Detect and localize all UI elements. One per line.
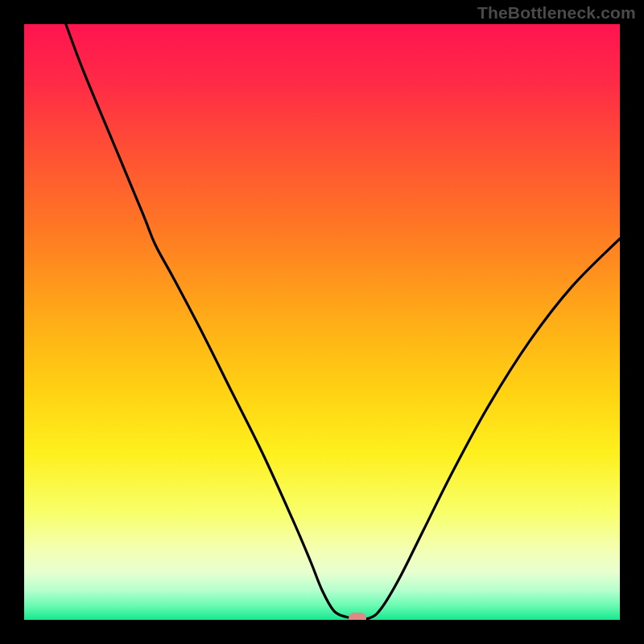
plot-area — [24, 24, 620, 620]
optimal-point-marker — [349, 613, 366, 620]
gradient-background — [24, 24, 620, 620]
chart-frame: TheBottleneck.com — [0, 0, 644, 644]
attribution-label: TheBottleneck.com — [477, 3, 636, 23]
bottleneck-chart — [24, 24, 620, 620]
